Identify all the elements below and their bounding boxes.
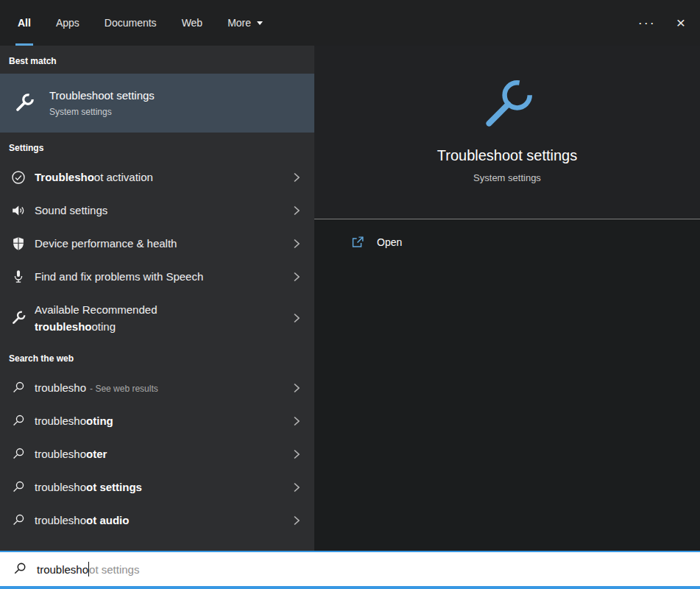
settings-item-label: Find and fix problems with Speech	[35, 270, 203, 283]
search-icon	[10, 413, 26, 429]
search-filter-bar: All Apps Documents Web More ··· ×	[0, 0, 700, 46]
web-suggestion-label: troublesho- See web results	[35, 381, 158, 394]
web-suggestion-label: troubleshooter	[35, 448, 110, 460]
web-suggestion-3[interactable]: troubleshooter	[0, 437, 314, 470]
chevron-right-icon	[294, 416, 300, 426]
tab-web-label: Web	[182, 17, 203, 29]
settings-item-sound-settings[interactable]: Sound settings	[0, 194, 314, 227]
web-suggestion-label: troubleshoot audio	[35, 514, 132, 526]
tab-apps[interactable]: Apps	[56, 0, 79, 46]
settings-item-fix-speech[interactable]: Find and fix problems with Speech	[0, 260, 314, 293]
open-action-label: Open	[377, 236, 402, 248]
best-match-header: Best match	[0, 46, 314, 74]
best-match-text: Troubleshoot settings System settings	[49, 89, 155, 117]
open-action[interactable]: Open	[314, 219, 700, 250]
close-button[interactable]: ×	[666, 0, 700, 46]
search-icon	[10, 479, 26, 495]
chevron-right-icon	[294, 239, 300, 249]
shield-icon	[10, 236, 26, 252]
topbar-spacer	[288, 0, 628, 46]
preview-subtitle: System settings	[473, 172, 541, 183]
chevron-right-icon	[294, 449, 300, 459]
web-suggestion-label: troubleshooting	[35, 415, 117, 427]
tab-more[interactable]: More	[227, 0, 263, 46]
tab-documents[interactable]: Documents	[105, 0, 157, 46]
chevron-right-icon	[294, 313, 300, 323]
preview-panel: Troubleshoot settings System settings Op…	[314, 46, 700, 551]
best-match-result[interactable]: Troubleshoot settings System settings	[0, 74, 314, 133]
chevron-right-icon	[294, 172, 300, 183]
web-suggestion-label: troubleshoot settings	[35, 481, 146, 493]
web-suggestion-5[interactable]: troubleshoot audio	[0, 504, 314, 537]
best-match-subtitle: System settings	[49, 107, 155, 117]
chevron-right-icon	[294, 205, 300, 216]
search-typed-text: troublesho	[37, 563, 88, 576]
tab-more-label: More	[227, 17, 251, 29]
chevron-down-icon	[257, 21, 263, 25]
tab-documents-label: Documents	[105, 17, 157, 29]
best-match-title: Troubleshoot settings	[49, 89, 155, 102]
settings-item-label: Troubleshoot activation	[35, 171, 153, 183]
open-icon	[350, 234, 366, 250]
search-icon	[10, 446, 26, 462]
search-input-text: troubleshoot settings	[37, 562, 139, 576]
web-section-header: Search the web	[0, 343, 314, 371]
tab-apps-label: Apps	[56, 17, 79, 29]
preview-hero: Troubleshoot settings System settings	[314, 46, 700, 219]
microphone-icon	[10, 269, 26, 285]
search-input[interactable]: troubleshoot settings	[0, 551, 700, 589]
wrench-icon	[13, 92, 35, 114]
results-list: Best match Troubleshoot settings System …	[0, 46, 314, 551]
settings-item-recommended-troubleshooting[interactable]: Available Recommended troubleshooting	[0, 293, 314, 343]
settings-item-troubleshoot-activation[interactable]: Troubleshoot activation	[0, 161, 314, 194]
tab-all-label: All	[18, 17, 31, 29]
search-icon	[10, 380, 26, 396]
web-suggestion-1[interactable]: troublesho- See web results	[0, 371, 314, 404]
speaker-icon	[10, 202, 26, 219]
wrench-icon	[10, 310, 26, 326]
chevron-right-icon	[294, 383, 300, 393]
search-icon	[10, 512, 26, 529]
checkmark-circle-icon	[10, 169, 26, 186]
chevron-right-icon	[294, 272, 300, 282]
settings-section-header: Settings	[0, 133, 314, 161]
settings-item-label: Device performance & health	[35, 237, 177, 250]
tab-all[interactable]: All	[18, 0, 31, 46]
wrench-icon	[477, 75, 537, 135]
tab-web[interactable]: Web	[182, 0, 203, 46]
preview-title: Troubleshoot settings	[437, 147, 577, 164]
search-icon	[13, 562, 27, 576]
web-suggestion-2[interactable]: troubleshooting	[0, 404, 314, 437]
search-inline-suggestion: ot settings	[89, 563, 139, 576]
settings-item-label: Sound settings	[35, 204, 107, 216]
windows-search-panel: All Apps Documents Web More ··· × Best m…	[0, 0, 700, 589]
settings-item-device-performance[interactable]: Device performance & health	[0, 227, 314, 260]
web-suggestion-4[interactable]: troubleshoot settings	[0, 470, 314, 504]
results-area: Best match Troubleshoot settings System …	[0, 46, 700, 551]
chevron-right-icon	[294, 482, 300, 493]
chevron-right-icon	[294, 515, 300, 526]
settings-item-label: Available Recommended troubleshooting	[35, 303, 158, 333]
more-options-button[interactable]: ···	[628, 0, 666, 46]
